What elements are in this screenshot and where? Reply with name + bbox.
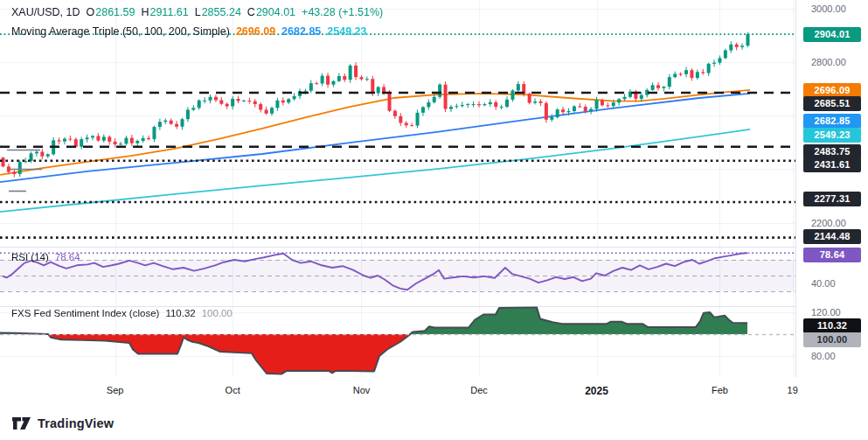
tradingview-chart-window: XAU/USD, 1D O2861.59 H2911.61 L2855.24 C… (0, 0, 868, 440)
time-axis-label: Dec (470, 385, 488, 395)
time-axis-label: 2025 (585, 385, 608, 397)
price-axis-label: 3000.00 (811, 3, 846, 14)
price-axis-label: 80.00 (811, 351, 836, 361)
time-axis-label: Oct (226, 385, 240, 395)
brand-name: TradingView (38, 416, 114, 430)
time-axis-label: Sep (107, 385, 124, 395)
ma50-value: 2696.09 (236, 25, 275, 38)
price-axis-label: 40.00 (811, 278, 836, 289)
time-axis-label: 19 (788, 385, 798, 395)
ohlc-open: O2861.59 (87, 6, 135, 18)
time-axis-label: Nov (353, 385, 371, 395)
ohlc-close: C2904.01 (247, 6, 295, 18)
price-badge: 2431.61 (803, 157, 861, 172)
chart-canvas[interactable] (0, 0, 868, 407)
price-badge: 2696.09 (803, 83, 861, 98)
price-badge: 110.32 (803, 318, 861, 333)
price-badge: 78.64 (803, 248, 861, 262)
sentiment-value: 110.32 (165, 308, 195, 318)
price-axis-label: 2200.00 (811, 218, 846, 228)
tradingview-logo-icon (11, 416, 31, 430)
symbol-title: XAU/USD, 1D (11, 6, 80, 18)
ohlc-high: H2911.61 (141, 6, 188, 18)
change-value: +43.28 (+1.51%) (302, 6, 383, 18)
price-badge: 100.00 (803, 332, 861, 347)
sentiment-title: FXS Fed Sentiment Index (close) (11, 308, 159, 318)
rsi-title: RSI (14) (11, 252, 49, 262)
price-axis-label: 120.00 (811, 307, 841, 318)
ma200-value: 2549.23 (327, 25, 366, 38)
time-axis-label: Feb (712, 385, 728, 395)
rsi-legend[interactable]: RSI (14) 78.64 (11, 252, 80, 262)
ma-indicator-title: Moving Average Triple (50, 100, 200, Sim… (11, 25, 230, 38)
price-axis-label: 2800.00 (811, 57, 846, 67)
price-badge: 2144.48 (803, 229, 861, 244)
price-badge: 2682.85 (803, 114, 861, 129)
time-axis[interactable]: SepOctNovDec2025Feb19 (0, 377, 868, 407)
sentiment-legend[interactable]: FXS Fed Sentiment Index (close) 110.32 1… (11, 308, 233, 318)
price-badge: 2277.31 (803, 192, 861, 206)
symbol-legend[interactable]: XAU/USD, 1D O2861.59 H2911.61 L2855.24 C… (11, 6, 383, 18)
price-badge: 2483.75 (803, 144, 861, 159)
ohlc-low: L2855.24 (195, 6, 241, 18)
ma100-value: 2682.85 (281, 25, 321, 38)
price-badge: 2904.01 (803, 27, 861, 42)
price-badge: 2549.23 (803, 128, 861, 143)
price-badge: 2685.51 (803, 96, 861, 111)
price-axis[interactable]: 3000.002800.002200.0040.00120.0080.00290… (796, 0, 868, 377)
sentiment-baseline-value: 100.00 (202, 308, 233, 318)
rsi-value: 78.64 (55, 252, 80, 262)
indicator-legend-ma[interactable]: Moving Average Triple (50, 100, 200, Sim… (11, 25, 366, 38)
tradingview-attribution[interactable]: TradingView (11, 416, 114, 430)
